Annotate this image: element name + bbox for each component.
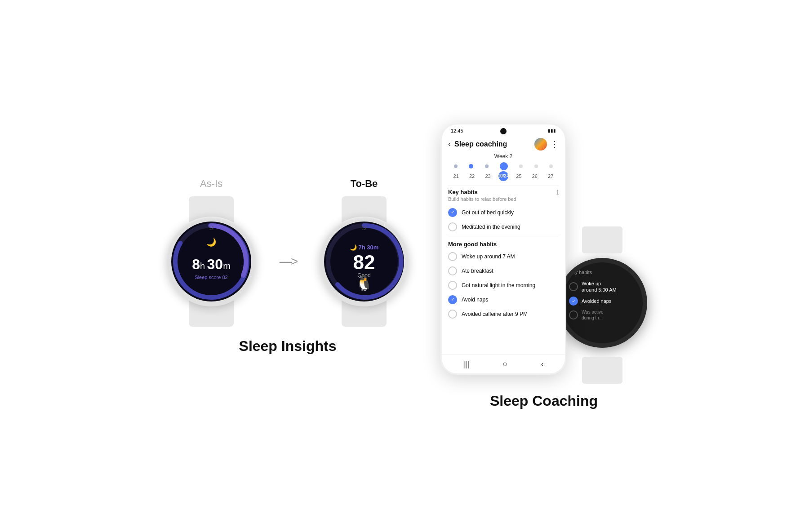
cal-date-22[interactable]: 22	[467, 173, 477, 179]
week-label: Week 2	[448, 153, 559, 160]
info-icon[interactable]: ℹ	[556, 189, 559, 196]
cal-dot-23[interactable]	[485, 164, 489, 168]
cal-date-26[interactable]: 26	[529, 173, 540, 179]
habit-label-1: Got out of bed quickly	[462, 209, 514, 216]
watch1-m-unit: m	[223, 261, 231, 271]
back-button[interactable]: ‹	[448, 139, 451, 149]
overlay-habit-woke-up: Woke uparound 5:00 AM	[569, 279, 636, 295]
phone-screen: 12:45 ▮▮▮ ‹ Sleep coaching ⋮ Week 2	[442, 124, 565, 373]
overlay-check-2: ✓	[569, 297, 578, 306]
overlay-watch-band-top	[582, 226, 622, 253]
habit-woke-up[interactable]: Woke up around 7 AM	[448, 249, 559, 264]
cal-date-25[interactable]: 25	[513, 173, 524, 179]
arrow-separator: ----->	[270, 254, 306, 269]
cal-date-21[interactable]: 21	[451, 173, 462, 179]
habit-label-4: Ate breakfast	[462, 268, 493, 274]
more-habits-title: More good habits	[448, 241, 559, 248]
habit-check-2	[448, 222, 457, 231]
phone-notch	[500, 128, 507, 134]
overlay-watch-band-bottom	[582, 357, 622, 384]
phone-status-bar: 12:45 ▮▮▮	[442, 124, 565, 135]
more-options-button[interactable]: ⋮	[551, 139, 559, 149]
phone-content: Week 2 21 22	[442, 153, 565, 355]
habit-breakfast[interactable]: Ate breakfast	[448, 264, 559, 278]
phone-time: 12:45	[451, 128, 463, 133]
habit-check-1: ✓	[448, 208, 457, 217]
cal-dot-25[interactable]	[519, 164, 523, 168]
key-habits-list: ✓ Got out of bed quickly Meditated in th…	[448, 205, 559, 234]
overlay-habit-label-1: Woke uparound 5:00 AM	[582, 280, 617, 293]
watch-12-label-2: 12	[361, 226, 366, 231]
watch2-duration: 🌙 7h 30m	[350, 244, 378, 251]
habit-label-5: Got natural light in the morning	[462, 282, 535, 288]
habit-check-5	[448, 281, 457, 290]
watch-case-1: 12 🌙 8h 30m Sleep score 82	[166, 217, 256, 306]
overlay-watch-screen: Key habits Woke uparound 5:00 AM ✓ Avoid…	[562, 262, 643, 343]
watch1-minutes: 30	[207, 256, 223, 272]
nav-home-button[interactable]: ○	[503, 359, 508, 369]
overlay-watch-case-wrapper: Key habits Woke uparound 5:00 AM ✓ Avoid…	[557, 258, 647, 348]
watch-as-is: 12 🌙 8h 30m Sleep score 82	[162, 203, 261, 320]
status-icons: ▮▮▮	[548, 128, 556, 133]
phone-device: 12:45 ▮▮▮ ‹ Sleep coaching ⋮ Week 2	[440, 123, 566, 375]
cal-date-24-active[interactable]: 10/24	[498, 171, 508, 181]
habit-meditated[interactable]: Meditated in the evening	[448, 220, 559, 234]
devices-row: 12:45 ▮▮▮ ‹ Sleep coaching ⋮ Week 2	[440, 123, 647, 375]
watch1-hours: 8	[192, 256, 200, 272]
cal-dot-21[interactable]	[454, 164, 458, 168]
calendar-dots-row	[448, 162, 559, 170]
cal-dot-27[interactable]	[549, 164, 553, 168]
phone-nav-bar: ||| ○ ‹	[442, 355, 565, 373]
key-habits-title: Key habits	[448, 189, 516, 195]
habit-avoid-naps[interactable]: ✓ Avoid naps	[448, 293, 559, 307]
app-icon	[534, 138, 547, 151]
moon-icon-1: 🌙	[206, 237, 216, 247]
watches-row: 12 🌙 8h 30m Sleep score 82 ----->	[162, 203, 413, 320]
habit-check-6: ✓	[448, 295, 457, 304]
habit-no-caffeine[interactable]: Avoided caffeine after 9 PM	[448, 307, 559, 321]
watch-to-be: 12 🌙 7h 30m 82 Good 🐧	[315, 203, 413, 320]
sleep-coaching-title: Sleep Coaching	[490, 393, 598, 409]
habit-label-3: Woke up around 7 AM	[462, 253, 515, 260]
overlay-check-3	[569, 310, 578, 319]
watch2-score: 82	[353, 253, 375, 272]
key-habits-subtitle: Build habits to relax before bed	[448, 196, 516, 202]
habit-got-out-of-bed[interactable]: ✓ Got out of bed quickly	[448, 205, 559, 220]
more-habits-list: Woke up around 7 AM Ate breakfast Got na…	[448, 249, 559, 321]
habit-check-7	[448, 310, 457, 319]
overlay-habit-label-3: Was activeduring th...	[582, 309, 604, 321]
habit-check-3	[448, 252, 457, 261]
left-section: As-Is To-Be	[162, 178, 413, 355]
overlay-watch-case: Key habits Woke uparound 5:00 AM ✓ Avoid…	[557, 258, 647, 348]
habit-label-2: Meditated in the evening	[462, 224, 520, 230]
right-section: 12:45 ▮▮▮ ‹ Sleep coaching ⋮ Week 2	[440, 123, 647, 409]
cal-dot-24[interactable]	[500, 162, 508, 170]
cal-dot-22[interactable]	[469, 164, 473, 168]
watch-overlay-container: Key habits Woke uparound 5:00 AM ✓ Avoid…	[557, 240, 647, 375]
nav-menu-button[interactable]: |||	[463, 359, 469, 369]
overlay-habit-avoided-naps: ✓ Avoided naps	[569, 295, 636, 307]
nav-back-button[interactable]: ‹	[541, 359, 544, 369]
habit-label-7: Avoided caffeine after 9 PM	[462, 311, 528, 317]
habit-natural-light[interactable]: Got natural light in the morning	[448, 278, 559, 293]
cal-date-23[interactable]: 23	[483, 173, 493, 179]
divider-2	[448, 237, 559, 237]
phone-header-title: Sleep coaching	[454, 140, 531, 148]
watch-screen-1: 12 🌙 8h 30m Sleep score 82	[171, 222, 251, 301]
watch1-sleep-score: Sleep score 82	[195, 275, 227, 280]
overlay-check-1	[569, 282, 578, 291]
calendar-dates-row: 21 22 23 10/24 25 26 27	[448, 171, 559, 181]
cal-dot-26[interactable]	[534, 164, 538, 168]
watch1-h-unit: h	[200, 261, 205, 271]
overlay-habit-was-active: Was activeduring th...	[569, 307, 636, 323]
penguin-icon: 🐧	[355, 275, 373, 292]
habit-label-6: Avoid naps	[462, 297, 488, 303]
divider-1	[448, 186, 559, 186]
as-is-label: As-Is	[200, 178, 222, 189]
to-be-label: To-Be	[351, 178, 378, 189]
watch-case-2: 12 🌙 7h 30m 82 Good 🐧	[319, 217, 409, 306]
page-container: As-Is To-Be	[0, 0, 809, 532]
cal-date-27[interactable]: 27	[545, 173, 556, 179]
watch-labels-row: As-Is To-Be	[162, 178, 413, 190]
watch-12-label-1: 12	[209, 226, 213, 231]
